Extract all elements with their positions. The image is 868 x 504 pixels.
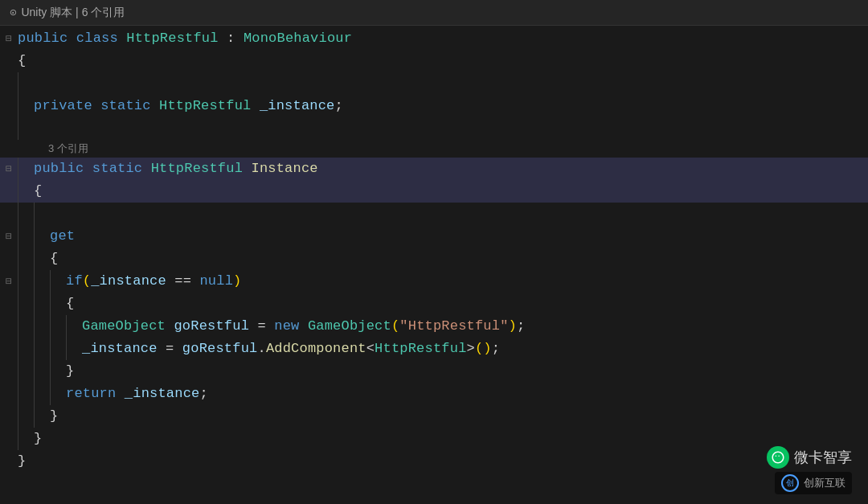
indent-spacer xyxy=(18,383,34,405)
fold-gutter[interactable]: ⊟ xyxy=(0,158,18,180)
token-fn: AddComponent xyxy=(266,341,366,356)
code-editor: ⊙ Unity 脚本 | 6 个引用 ⊟public class HttpRes… xyxy=(0,0,868,504)
indent-spacer xyxy=(35,315,50,338)
token-var: _instance xyxy=(125,386,200,401)
token-white: : xyxy=(219,31,244,46)
fold-gutter[interactable] xyxy=(0,180,18,203)
fold-gutter[interactable] xyxy=(0,248,18,270)
code-line: { xyxy=(0,50,868,72)
fold-gutter[interactable] xyxy=(0,450,18,473)
code-line xyxy=(0,72,868,95)
code-line xyxy=(0,203,868,225)
code-line: private static HttpRestful _instance; xyxy=(0,95,868,117)
token-var: _instance xyxy=(260,98,335,113)
token-white xyxy=(300,318,308,334)
indent-spacer xyxy=(18,315,34,338)
code-line: { xyxy=(0,293,868,315)
token-kw: class xyxy=(76,31,118,46)
code-line: ⊟public static HttpRestful Instance xyxy=(0,158,868,180)
indent-spacer xyxy=(18,270,34,293)
fold-gutter[interactable] xyxy=(0,383,18,405)
token-white xyxy=(118,31,126,46)
line-text: { xyxy=(50,248,868,270)
meta-line: 3 个引用 xyxy=(0,140,868,158)
token-kw: static xyxy=(100,98,150,113)
fold-gutter[interactable] xyxy=(0,117,18,140)
code-line: { xyxy=(0,180,868,203)
watermark: 微卡智享 创 创新互联 xyxy=(767,446,852,494)
token-paren: ( xyxy=(83,273,91,289)
content-area: private static HttpRestful _instance; xyxy=(18,95,868,117)
fold-gutter[interactable]: ⊟ xyxy=(0,27,18,50)
fold-gutter[interactable] xyxy=(0,428,18,450)
line-text xyxy=(50,203,868,225)
token-white xyxy=(84,161,92,176)
token-cn: MonoBehaviour xyxy=(244,31,352,46)
token-white: > xyxy=(467,341,475,356)
code-line: ⊟if(_instance == null) xyxy=(0,270,868,293)
token-kw: if xyxy=(66,273,83,289)
content-area: } xyxy=(18,405,868,428)
line-text: GameObject goRestful = new GameObject("H… xyxy=(82,315,868,338)
indent-spacer xyxy=(18,338,34,360)
code-line: } xyxy=(0,450,868,473)
code-line: } xyxy=(0,405,868,428)
indent-spacer xyxy=(35,248,50,270)
watermark-top: 微卡智享 xyxy=(767,446,852,469)
code-line xyxy=(0,117,868,140)
logo-icon: 创 xyxy=(781,474,799,492)
indent-spacer xyxy=(18,405,34,428)
token-paren: () xyxy=(475,341,492,356)
token-kw: public xyxy=(18,31,68,46)
token-white: == xyxy=(166,273,200,289)
logo-text: 创新互联 xyxy=(804,476,845,490)
fold-gutter[interactable] xyxy=(0,338,18,360)
indent-spacer xyxy=(35,383,50,405)
line-text: { xyxy=(18,50,868,72)
line-text: public class HttpRestful : MonoBehaviour xyxy=(18,27,868,50)
code-line: ⊟get xyxy=(0,225,868,248)
token-var: goRestful xyxy=(174,318,249,334)
line-text: private static HttpRestful _instance; xyxy=(34,95,868,117)
fold-gutter[interactable] xyxy=(0,95,18,117)
token-white: { xyxy=(18,53,26,68)
token-kw: public xyxy=(34,161,84,176)
fold-gutter[interactable] xyxy=(0,293,18,315)
line-text: { xyxy=(66,293,868,315)
indent-spacer xyxy=(35,360,50,383)
token-nl: null xyxy=(199,273,233,289)
fold-gutter[interactable]: ⊟ xyxy=(0,270,18,293)
indent-spacer xyxy=(18,180,34,203)
content-area: { xyxy=(18,248,868,270)
indent-spacer xyxy=(18,117,34,140)
token-white: } xyxy=(50,408,58,424)
token-paren: ) xyxy=(233,273,241,289)
fold-gutter[interactable] xyxy=(0,72,18,95)
token-cn: HttpRestful xyxy=(151,161,243,176)
fold-gutter[interactable] xyxy=(0,405,18,428)
fold-gutter[interactable] xyxy=(0,203,18,225)
token-kw: new xyxy=(274,318,299,334)
line-text: _instance = goRestful.AddComponent<HttpR… xyxy=(82,338,868,360)
watermark-name: 微卡智享 xyxy=(794,448,852,467)
content-area: _instance = goRestful.AddComponent<HttpR… xyxy=(18,338,868,360)
token-var: goRestful xyxy=(182,341,258,356)
indent-spacer xyxy=(51,338,66,360)
code-line: return _instance; xyxy=(0,383,868,405)
line-text: get xyxy=(50,225,868,248)
token-white: < xyxy=(366,341,375,356)
token-var: _instance xyxy=(82,341,158,356)
fold-gutter[interactable] xyxy=(0,50,18,72)
code-line: ⊟public class HttpRestful : MonoBehaviou… xyxy=(0,27,868,50)
token-white xyxy=(166,318,174,334)
token-white: . xyxy=(257,341,265,356)
token-white: } xyxy=(18,453,26,469)
fold-gutter[interactable] xyxy=(0,315,18,338)
fold-gutter[interactable]: ⊟ xyxy=(0,225,18,248)
content-area: if(_instance == null) xyxy=(18,270,868,293)
token-kw: private xyxy=(34,98,92,113)
fold-gutter[interactable] xyxy=(0,360,18,383)
line-text: } xyxy=(34,428,868,450)
line-text: } xyxy=(66,360,868,383)
token-white: ; xyxy=(335,98,343,113)
